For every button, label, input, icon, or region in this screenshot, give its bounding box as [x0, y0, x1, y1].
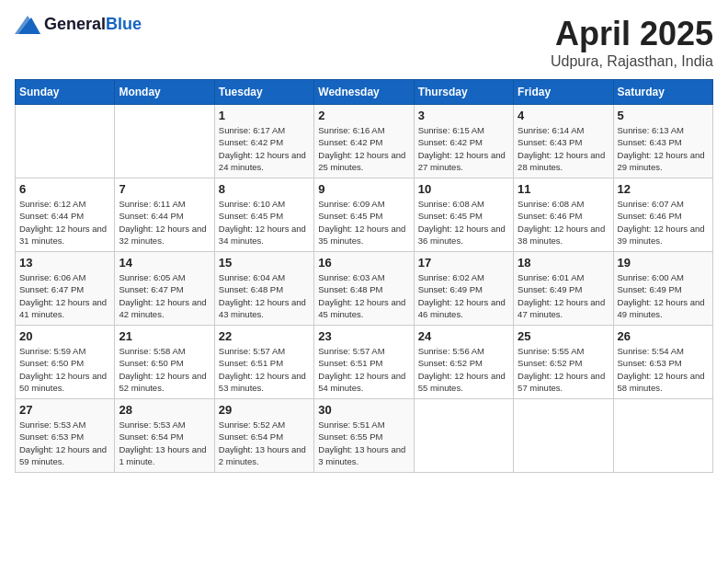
location-title: Udpura, Rajasthan, India — [551, 53, 713, 70]
day-info: Sunrise: 6:17 AMSunset: 6:42 PMDaylight:… — [219, 124, 310, 173]
day-number: 30 — [318, 403, 409, 417]
day-info: Sunrise: 6:10 AMSunset: 6:45 PMDaylight:… — [219, 198, 310, 247]
day-number: 22 — [219, 329, 310, 343]
calendar-cell: 12Sunrise: 6:07 AMSunset: 6:46 PMDayligh… — [613, 178, 712, 252]
day-info: Sunrise: 6:01 AMSunset: 6:49 PMDaylight:… — [518, 271, 609, 320]
day-info: Sunrise: 6:05 AMSunset: 6:47 PMDaylight:… — [119, 271, 210, 320]
day-info: Sunrise: 5:57 AMSunset: 6:51 PMDaylight:… — [219, 345, 310, 394]
day-info: Sunrise: 6:04 AMSunset: 6:48 PMDaylight:… — [219, 271, 310, 320]
day-number: 2 — [318, 109, 409, 122]
calendar-cell: 1Sunrise: 6:17 AMSunset: 6:42 PMDaylight… — [214, 105, 313, 178]
week-row-3: 13Sunrise: 6:06 AMSunset: 6:47 PMDayligh… — [16, 252, 713, 326]
day-info: Sunrise: 6:16 AMSunset: 6:42 PMDaylight:… — [318, 124, 409, 173]
day-info: Sunrise: 5:51 AMSunset: 6:55 PMDaylight:… — [318, 419, 409, 467]
day-number: 9 — [318, 182, 409, 196]
day-number: 20 — [19, 329, 110, 343]
calendar-cell: 6Sunrise: 6:12 AMSunset: 6:44 PMDaylight… — [16, 178, 115, 252]
day-info: Sunrise: 6:13 AMSunset: 6:43 PMDaylight:… — [618, 124, 709, 173]
calendar-cell: 3Sunrise: 6:15 AMSunset: 6:42 PMDaylight… — [414, 105, 513, 178]
calendar-cell: 11Sunrise: 6:08 AMSunset: 6:46 PMDayligh… — [514, 178, 613, 252]
calendar-cell: 7Sunrise: 6:11 AMSunset: 6:44 PMDaylight… — [115, 178, 214, 252]
day-header-monday: Monday — [115, 80, 214, 105]
day-info: Sunrise: 5:58 AMSunset: 6:50 PMDaylight:… — [119, 345, 210, 394]
day-info: Sunrise: 6:00 AMSunset: 6:49 PMDaylight:… — [618, 271, 709, 320]
calendar-cell: 18Sunrise: 6:01 AMSunset: 6:49 PMDayligh… — [514, 252, 613, 326]
day-number: 27 — [19, 403, 110, 417]
day-header-saturday: Saturday — [613, 80, 712, 105]
logo-general: General — [44, 15, 106, 33]
month-title: April 2025 — [551, 15, 713, 53]
calendar-cell: 19Sunrise: 6:00 AMSunset: 6:49 PMDayligh… — [613, 252, 712, 326]
week-row-2: 6Sunrise: 6:12 AMSunset: 6:44 PMDaylight… — [16, 178, 713, 252]
day-number: 5 — [618, 109, 709, 122]
calendar-cell: 16Sunrise: 6:03 AMSunset: 6:48 PMDayligh… — [314, 252, 414, 326]
title-area: April 2025 Udpura, Rajasthan, India — [551, 15, 713, 70]
calendar-cell: 27Sunrise: 5:53 AMSunset: 6:53 PMDayligh… — [16, 399, 115, 473]
day-info: Sunrise: 5:59 AMSunset: 6:50 PMDaylight:… — [19, 345, 110, 394]
day-header-wednesday: Wednesday — [314, 80, 414, 105]
calendar-cell: 21Sunrise: 5:58 AMSunset: 6:50 PMDayligh… — [115, 326, 214, 399]
day-info: Sunrise: 5:56 AMSunset: 6:52 PMDaylight:… — [418, 345, 509, 394]
day-info: Sunrise: 6:08 AMSunset: 6:46 PMDaylight:… — [518, 198, 609, 247]
day-info: Sunrise: 6:08 AMSunset: 6:45 PMDaylight:… — [418, 198, 509, 247]
day-info: Sunrise: 5:54 AMSunset: 6:53 PMDaylight:… — [618, 345, 709, 394]
logo-text: GeneralBlue — [44, 15, 142, 34]
calendar-cell: 28Sunrise: 5:53 AMSunset: 6:54 PMDayligh… — [115, 399, 214, 473]
day-number: 7 — [119, 182, 210, 196]
week-row-1: 1Sunrise: 6:17 AMSunset: 6:42 PMDaylight… — [16, 105, 713, 178]
day-number: 13 — [19, 256, 110, 270]
day-number: 29 — [219, 403, 310, 417]
calendar-cell — [514, 399, 613, 473]
calendar-body: 1Sunrise: 6:17 AMSunset: 6:42 PMDaylight… — [16, 105, 713, 473]
day-header-tuesday: Tuesday — [214, 80, 313, 105]
day-number: 25 — [518, 329, 609, 343]
day-number: 15 — [219, 256, 310, 270]
calendar-cell: 20Sunrise: 5:59 AMSunset: 6:50 PMDayligh… — [16, 326, 115, 399]
calendar-header-row: SundayMondayTuesdayWednesdayThursdayFrid… — [16, 80, 713, 105]
day-number: 11 — [518, 182, 609, 196]
logo-blue: Blue — [106, 15, 142, 33]
day-info: Sunrise: 6:11 AMSunset: 6:44 PMDaylight:… — [119, 198, 210, 247]
day-number: 8 — [219, 182, 310, 196]
logo-icon — [15, 16, 40, 34]
day-number: 6 — [19, 182, 110, 196]
day-info: Sunrise: 6:09 AMSunset: 6:45 PMDaylight:… — [318, 198, 409, 247]
day-info: Sunrise: 6:03 AMSunset: 6:48 PMDaylight:… — [318, 271, 409, 320]
day-info: Sunrise: 5:57 AMSunset: 6:51 PMDaylight:… — [318, 345, 409, 394]
calendar-cell: 14Sunrise: 6:05 AMSunset: 6:47 PMDayligh… — [115, 252, 214, 326]
day-number: 24 — [418, 329, 509, 343]
day-number: 21 — [119, 329, 210, 343]
calendar-cell: 8Sunrise: 6:10 AMSunset: 6:45 PMDaylight… — [214, 178, 313, 252]
day-info: Sunrise: 6:02 AMSunset: 6:49 PMDaylight:… — [418, 271, 509, 320]
day-header-friday: Friday — [514, 80, 613, 105]
calendar-cell: 29Sunrise: 5:52 AMSunset: 6:54 PMDayligh… — [214, 399, 313, 473]
calendar-cell: 4Sunrise: 6:14 AMSunset: 6:43 PMDaylight… — [514, 105, 613, 178]
calendar-cell: 9Sunrise: 6:09 AMSunset: 6:45 PMDaylight… — [314, 178, 414, 252]
day-number: 3 — [418, 109, 509, 122]
day-info: Sunrise: 6:06 AMSunset: 6:47 PMDaylight:… — [19, 271, 110, 320]
header: GeneralBlue April 2025 Udpura, Rajasthan… — [15, 15, 713, 70]
day-info: Sunrise: 5:53 AMSunset: 6:54 PMDaylight:… — [119, 419, 210, 467]
day-header-thursday: Thursday — [414, 80, 513, 105]
logo: GeneralBlue — [15, 15, 142, 34]
day-info: Sunrise: 6:12 AMSunset: 6:44 PMDaylight:… — [19, 198, 110, 247]
calendar-table: SundayMondayTuesdayWednesdayThursdayFrid… — [15, 79, 713, 473]
day-number: 12 — [618, 182, 709, 196]
calendar-cell: 17Sunrise: 6:02 AMSunset: 6:49 PMDayligh… — [414, 252, 513, 326]
calendar-cell: 2Sunrise: 6:16 AMSunset: 6:42 PMDaylight… — [314, 105, 414, 178]
day-number: 28 — [119, 403, 210, 417]
calendar-cell: 15Sunrise: 6:04 AMSunset: 6:48 PMDayligh… — [214, 252, 313, 326]
day-number: 10 — [418, 182, 509, 196]
day-number: 23 — [318, 329, 409, 343]
week-row-5: 27Sunrise: 5:53 AMSunset: 6:53 PMDayligh… — [16, 399, 713, 473]
calendar-cell — [613, 399, 712, 473]
day-number: 26 — [618, 329, 709, 343]
day-info: Sunrise: 5:53 AMSunset: 6:53 PMDaylight:… — [19, 419, 110, 467]
day-number: 14 — [119, 256, 210, 270]
day-number: 4 — [518, 109, 609, 122]
day-number: 16 — [318, 256, 409, 270]
day-info: Sunrise: 6:15 AMSunset: 6:42 PMDaylight:… — [418, 124, 509, 173]
day-header-sunday: Sunday — [16, 80, 115, 105]
day-number: 1 — [219, 109, 310, 122]
calendar-cell — [414, 399, 513, 473]
